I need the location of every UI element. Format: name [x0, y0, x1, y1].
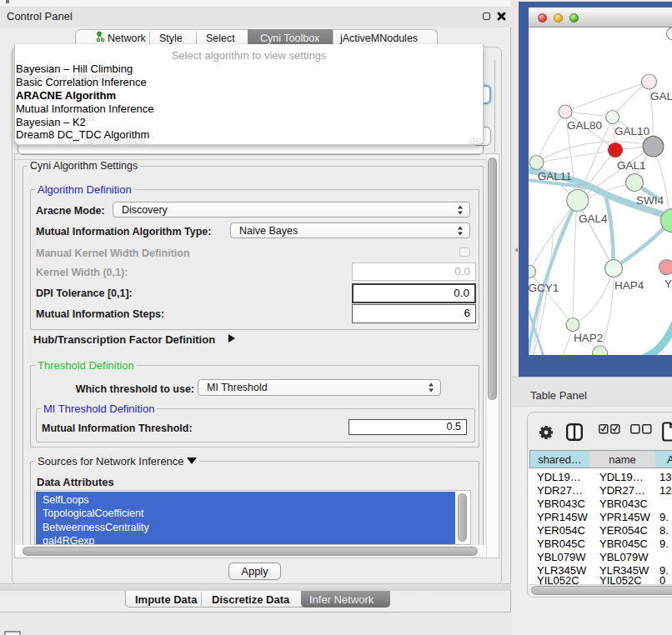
svg-text:GCY1: GCY1 — [529, 282, 559, 294]
svg-text:HAP2: HAP2 — [574, 332, 603, 344]
svg-text:GAL11: GAL11 — [538, 170, 572, 182]
svg-text:GAL80: GAL80 — [567, 119, 602, 132]
svg-text:SWI4: SWI4 — [636, 194, 664, 207]
svg-text:GAL1: GAL1 — [617, 159, 646, 172]
svg-text:GAL10: GAL10 — [614, 125, 649, 138]
svg-text:HAP4: HAP4 — [614, 279, 644, 292]
svg-text:GAL2: GAL2 — [650, 90, 672, 102]
svg-text:GAL4: GAL4 — [579, 212, 608, 225]
svg-text:Y: Y — [664, 278, 672, 290]
